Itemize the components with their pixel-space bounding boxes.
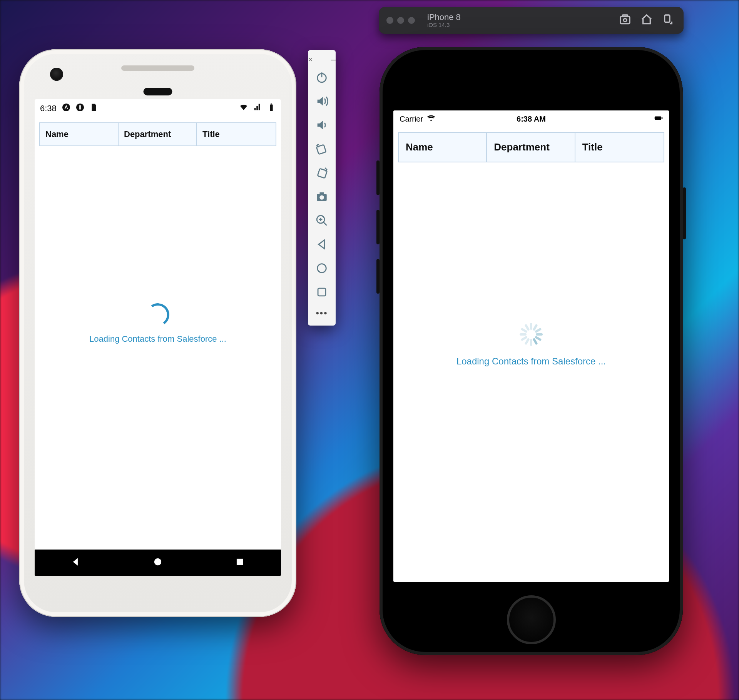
android-statusbar: 6:38	[35, 99, 281, 118]
battery-icon	[654, 114, 663, 124]
close-traffic-light[interactable]	[386, 17, 393, 24]
svg-line-19	[323, 222, 327, 226]
loading-text: Loading Contacts from Salesforce ...	[456, 356, 606, 367]
svg-point-9	[154, 558, 161, 565]
volume-down-icon[interactable]	[311, 114, 333, 136]
svg-rect-0	[620, 17, 630, 24]
android-device-frame: 6:38	[19, 49, 296, 617]
signal-icon	[253, 103, 262, 114]
status-time: 6:38 AM	[517, 115, 546, 124]
android-speaker	[121, 65, 194, 71]
iphone-statusbar: Carrier 6:38 AM	[393, 110, 669, 127]
rotate-right-icon[interactable]	[311, 162, 333, 184]
svg-rect-6	[79, 105, 81, 110]
volume-up-icon[interactable]	[311, 90, 333, 112]
simulator-title: iPhone 8 iOS 14.3	[427, 13, 461, 28]
zoom-traffic-light[interactable]	[408, 17, 415, 24]
svg-rect-7	[270, 105, 273, 111]
sidebar-close-button[interactable]: ×	[308, 55, 313, 64]
spinner-icon	[520, 323, 543, 346]
home-button[interactable]	[153, 557, 163, 568]
svg-point-4	[62, 104, 70, 111]
iphone-home-button[interactable]	[507, 595, 556, 644]
svg-rect-1	[622, 15, 627, 17]
svg-rect-25	[662, 117, 662, 119]
col-department: Department	[487, 133, 575, 162]
svg-rect-10	[237, 559, 243, 565]
svg-rect-3	[665, 15, 670, 22]
home-icon[interactable]	[640, 13, 653, 27]
power-icon[interactable]	[311, 67, 333, 88]
camera-icon[interactable]	[311, 186, 333, 207]
lambda-app-icon	[62, 103, 70, 114]
more-options-button[interactable]: •••	[316, 304, 328, 320]
overview-nav-icon[interactable]	[311, 281, 333, 303]
doc-icon	[90, 103, 98, 114]
simulator-toolbar	[619, 13, 674, 27]
home-nav-icon[interactable]	[311, 257, 333, 279]
carrier-label: Carrier	[400, 115, 423, 124]
ios-simulator-window: iPhone 8 iOS 14.3	[379, 7, 684, 34]
svg-rect-17	[319, 192, 324, 194]
svg-point-22	[318, 264, 326, 273]
col-title: Title	[197, 123, 276, 145]
table-header-row: Name Department Title	[398, 132, 664, 162]
battery-icon	[267, 103, 276, 114]
back-button[interactable]	[71, 557, 81, 568]
col-name: Name	[399, 133, 487, 162]
android-sensor-pill	[144, 88, 172, 95]
col-department: Department	[119, 123, 197, 145]
zoom-icon[interactable]	[311, 210, 333, 231]
wifi-icon	[427, 114, 435, 124]
simulator-titlebar[interactable]: iPhone 8 iOS 14.3	[379, 7, 684, 34]
col-name: Name	[40, 123, 119, 145]
loading-indicator: Loading Contacts from Salesforce ...	[393, 323, 669, 367]
android-app-content: Name Department Title Loading Contacts f…	[35, 118, 281, 550]
table-header-row: Name Department Title	[39, 122, 276, 146]
simulator-os-name: iOS 14.3	[427, 22, 461, 28]
emulator-sidebar: × – •••	[308, 50, 336, 326]
back-nav-icon[interactable]	[311, 234, 333, 255]
screenshot-icon[interactable]	[619, 13, 631, 27]
svg-point-16	[319, 195, 324, 199]
loading-text: Loading Contacts from Salesforce ...	[89, 334, 226, 344]
col-title: Title	[575, 133, 664, 162]
svg-rect-24	[655, 116, 662, 120]
svg-rect-23	[318, 288, 326, 296]
loading-indicator: Loading Contacts from Salesforce ...	[35, 303, 281, 344]
iphone-app-content: Name Department Title	[393, 127, 669, 582]
svg-rect-8	[271, 104, 272, 105]
android-navbar	[35, 550, 281, 576]
recents-button[interactable]	[235, 557, 245, 568]
iphone-device-frame: Carrier 6:38 AM Name Department Title	[380, 47, 683, 655]
simulator-device-name: iPhone 8	[427, 13, 461, 22]
android-camera-dot	[50, 68, 63, 81]
iphone-screen: Carrier 6:38 AM Name Department Title	[393, 110, 669, 582]
debug-icon	[76, 103, 84, 114]
minimize-traffic-light[interactable]	[397, 17, 404, 24]
rotate-icon[interactable]	[662, 13, 674, 27]
status-time: 6:38	[40, 104, 57, 114]
rotate-left-icon[interactable]	[311, 138, 333, 160]
spinner-icon	[144, 302, 171, 329]
window-controls	[386, 17, 422, 24]
sidebar-minimize-button[interactable]: –	[331, 55, 336, 64]
wifi-icon	[239, 103, 248, 114]
android-screen: 6:38	[35, 99, 281, 550]
svg-point-2	[624, 18, 627, 22]
